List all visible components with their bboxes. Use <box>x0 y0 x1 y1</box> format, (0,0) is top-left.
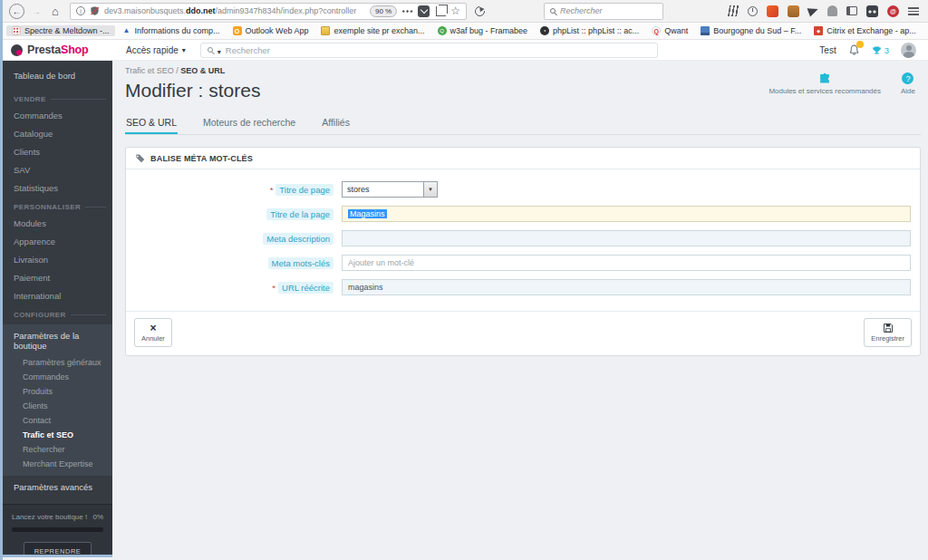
bookmark-label: Bourgogne du Sud – F... <box>713 26 801 35</box>
bookmark-item[interactable]: Bourgogne du Sud – F... <box>695 25 807 36</box>
prestashop-logo-icon <box>11 44 23 56</box>
w3af-icon <box>438 26 447 35</box>
admin-sidebar: Tableau de bord VENDRECommandesCatalogue… <box>3 61 112 557</box>
breadcrumb-current: SEO & URL <box>180 66 225 75</box>
sidebar-item-parametres-avances[interactable]: Paramètres avancés <box>3 476 112 498</box>
tab-seo-url[interactable]: SEO & URL <box>125 113 178 134</box>
recommended-modules-button[interactable]: Modules et services recommandés <box>768 72 881 95</box>
sidebar-item-sav[interactable]: SAV <box>3 160 112 179</box>
reload-button[interactable] <box>473 4 487 17</box>
help-button[interactable]: ? Aide <box>901 72 915 95</box>
cancel-button[interactable]: × Annuler <box>134 318 172 347</box>
quick-access-menu[interactable]: Accès rapide <box>126 45 186 55</box>
bookmark-item[interactable]: DDO ORGANISATION ... <box>923 25 928 36</box>
blocked-shield-icon[interactable] <box>90 5 100 16</box>
bookmark-label: Spectre & Meltdown -... <box>24 26 110 35</box>
sidebar-item-clients[interactable]: Clients <box>3 142 112 160</box>
sidebar-item-commandes[interactable]: Commandes <box>3 106 112 124</box>
sidebar-item-modules[interactable]: Modules <box>3 214 112 232</box>
url-bar[interactable]: dev3.maisonbusquets.ddo.net/admin9347h83… <box>70 3 467 20</box>
save-button[interactable]: Enregistrer <box>864 318 912 347</box>
main-content: Trafic et SEO / SEO & URL Modifier : sto… <box>112 61 928 557</box>
onboarding-progress-bar <box>12 527 103 532</box>
citrix-icon <box>814 26 823 35</box>
form-row-rewritten-url: *URL réécrite magasins <box>135 279 911 295</box>
zoom-level-badge[interactable]: 90 % <box>370 5 397 17</box>
sidebar-item-apparence[interactable]: Apparence <box>3 232 112 250</box>
meta-keywords-placeholder: Ajouter un mot-clé <box>348 258 414 267</box>
outlook-icon <box>233 26 242 35</box>
url-text: dev3.maisonbusquets.ddo.net/admin9347h83… <box>104 6 365 15</box>
bookmark-item[interactable]: phpList :: phpList :: ac... <box>535 25 644 36</box>
puzzle-icon <box>818 72 831 84</box>
sidebar-item-statistiques[interactable]: Statistiques <box>3 179 112 197</box>
sidebar-item-tableau-de-bord[interactable]: Tableau de bord <box>3 61 112 89</box>
browser-search-box[interactable]: Rechercher <box>544 3 663 20</box>
meta-description-input[interactable] <box>342 230 911 246</box>
bookmark-item[interactable]: exemple site pr exchan... <box>315 25 430 36</box>
screenshot-icon[interactable] <box>436 6 446 16</box>
sidebar-section-vendre: VENDRE <box>3 89 112 106</box>
trophy-count: 3 <box>884 45 889 55</box>
back-button[interactable]: ← <box>9 4 24 19</box>
gamification-trophy[interactable]: 3 <box>872 45 889 55</box>
help-icon: ? <box>902 72 914 84</box>
bookmark-item[interactable]: Outlook Web App <box>227 25 314 36</box>
config-item-commandes[interactable]: Commandes <box>3 370 112 384</box>
search-scope-caret-icon[interactable] <box>218 42 221 58</box>
page-info-icon[interactable] <box>76 6 85 15</box>
bookmark-item[interactable]: Spectre & Meltdown -... <box>6 25 115 36</box>
notifications-bell-icon[interactable] <box>848 43 860 56</box>
avatar[interactable] <box>901 43 916 58</box>
ghostery-icon[interactable] <box>827 5 837 16</box>
bookmark-item[interactable]: Citrix et Exchange - ap... <box>808 25 922 36</box>
bookmark-item[interactable]: Qwant <box>646 25 693 36</box>
bookmark-item[interactable]: Informations du comp... <box>117 25 226 36</box>
tab-affilies[interactable]: Affiliés <box>321 113 351 134</box>
send-tab-icon[interactable] <box>807 5 820 16</box>
config-item-contact[interactable]: Contact <box>3 413 112 428</box>
sidebar-item-international[interactable]: International <box>3 286 112 304</box>
sidebar-item-paiement[interactable]: Paiement <box>3 268 112 286</box>
rewritten-url-input[interactable]: magasins <box>342 279 911 295</box>
config-item-clients[interactable]: Clients <box>3 399 112 413</box>
config-item-parametres-generaux[interactable]: Paramètres généraux <box>3 355 112 370</box>
menu-icon[interactable] <box>908 7 919 15</box>
page-type-select[interactable]: stores <box>342 181 438 198</box>
folder-icon <box>321 26 330 35</box>
config-item-produits[interactable]: Produits <box>3 384 112 399</box>
forward-button[interactable]: → <box>29 4 44 18</box>
field-label-rewritten-url: URL réécrite <box>278 282 334 294</box>
home-button[interactable]: ⌂ <box>48 4 63 18</box>
extension-orange-icon[interactable] <box>767 5 778 17</box>
sidebar-item-livraison[interactable]: Livraison <box>3 250 112 268</box>
sidebar-item-parametres-de-la-boutique[interactable]: Paramètres de la boutique <box>3 326 112 355</box>
extension-dark-icon[interactable] <box>866 5 878 17</box>
meta-keywords-input[interactable]: Ajouter un mot-clé <box>342 255 911 271</box>
bookmark-item[interactable]: w3af bug - Framabee <box>432 25 534 36</box>
breadcrumb-parent[interactable]: Trafic et SEO <box>125 66 174 75</box>
extension-amber-icon[interactable] <box>788 5 799 17</box>
phplist-icon <box>540 26 549 35</box>
sidebars-icon[interactable] <box>846 6 857 15</box>
history-clock-icon[interactable] <box>748 6 758 16</box>
page-title-input[interactable]: Magasins <box>342 206 911 222</box>
sidebar-group-parametres-boutique: Paramètres de la boutique Paramètres gén… <box>3 324 112 476</box>
config-item-merchant-expertise[interactable]: Merchant Expertise <box>3 457 112 471</box>
library-icon[interactable] <box>728 5 740 16</box>
sidebar-item-catalogue[interactable]: Catalogue <box>3 124 112 142</box>
form-row-meta-keywords: Meta mots-clés Ajouter un mot-clé <box>135 255 911 271</box>
admin-search-box[interactable]: Rechercher <box>200 43 658 58</box>
config-item-trafic-et-seo[interactable]: Trafic et SEO <box>3 428 112 442</box>
config-item-rechercher[interactable]: Rechercher <box>3 442 112 457</box>
resume-tutorial-button[interactable]: REPRENDRE <box>24 542 92 557</box>
select-dropdown-icon[interactable] <box>423 182 437 197</box>
employee-name[interactable]: Test <box>819 45 836 55</box>
extension-red-circle-icon[interactable] <box>887 5 899 17</box>
bookmark-label: Qwant <box>664 26 688 35</box>
page-actions-icon[interactable] <box>401 10 413 13</box>
prestashop-logo[interactable]: PrestaShop <box>3 43 112 56</box>
tab-moteurs-de-recherche[interactable]: Moteurs de recherche <box>202 113 296 134</box>
pocket-icon[interactable] <box>418 5 430 17</box>
bookmark-star-icon[interactable]: ☆ <box>450 5 460 17</box>
